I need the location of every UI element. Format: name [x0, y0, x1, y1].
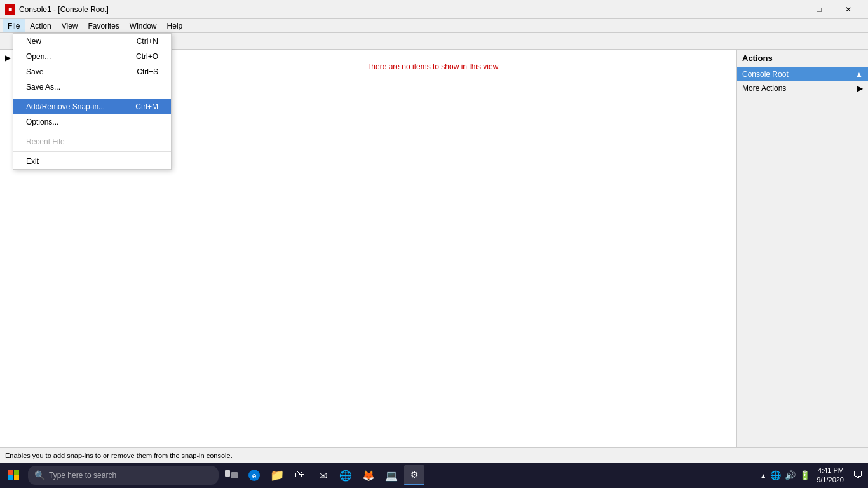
task-view-icon [225, 470, 238, 480]
menu-help[interactable]: Help [162, 19, 188, 32]
taskbar-cmd-icon[interactable]: 💻 [381, 465, 402, 485]
svg-text:e: e [252, 471, 257, 480]
edge-icon: e [248, 469, 261, 482]
menu-open-label: Open... [26, 52, 51, 61]
menu-add-remove-label: Add/Remove Snap-in... [26, 102, 105, 111]
menu-separator-3 [13, 151, 171, 152]
status-text: Enables you to add snap-ins to or remove… [5, 452, 233, 459]
search-bar[interactable]: 🔍 [28, 466, 219, 485]
clock-date: 9/1/2020 [817, 475, 844, 485]
menu-open[interactable]: Open... Ctrl+O [13, 49, 171, 64]
status-bar: Enables you to add snap-ins to or remove… [0, 447, 868, 463]
svg-rect-0 [8, 470, 13, 475]
file-menu: New Ctrl+N Open... Ctrl+O Save Ctrl+S Sa… [13, 33, 172, 170]
clock[interactable]: 4:41 PM 9/1/2020 [813, 466, 848, 485]
more-actions-label: More Actions [742, 84, 786, 93]
empty-message: There are no items to show in this view. [367, 62, 500, 71]
menu-add-remove-snapin[interactable]: Add/Remove Snap-in... Ctrl+M [13, 99, 171, 114]
menu-options[interactable]: Options... [13, 114, 171, 130]
menu-add-remove-shortcut: Ctrl+M [135, 102, 158, 111]
taskbar-edge-icon[interactable]: e [244, 465, 264, 485]
volume-icon[interactable]: 🔊 [785, 470, 796, 480]
menu-exit[interactable]: Exit [13, 154, 171, 169]
menu-save-as-label: Save As... [26, 83, 60, 92]
menu-recent-file-label: Recent File [26, 137, 65, 146]
more-actions-item[interactable]: More Actions ▶ [737, 81, 868, 95]
taskbar-right: ▲ 🌐 🔊 🔋 4:41 PM 9/1/2020 🗨 [760, 466, 865, 485]
taskbar-mmc-icon[interactable]: ⚙ [404, 465, 424, 485]
menu-options-label: Options... [26, 118, 58, 126]
taskbar-firefox-icon[interactable]: 🦊 [358, 465, 379, 485]
actions-header: Actions [737, 50, 868, 67]
taskbar-explorer-icon[interactable]: 📁 [267, 465, 287, 485]
svg-rect-2 [8, 475, 13, 480]
maximize-button[interactable]: □ [804, 0, 834, 19]
console-root-label: Console Root [742, 70, 789, 79]
chevron-right-icon: ▶ [857, 84, 863, 93]
menu-recent-file: Recent File [13, 134, 171, 149]
clock-time: 4:41 PM [817, 466, 844, 475]
menu-view[interactable]: View [57, 19, 83, 32]
title-bar-left: ■ Console1 - [Console Root] [5, 4, 109, 15]
menu-exit-label: Exit [26, 157, 39, 166]
taskbar-store-icon[interactable]: 🛍 [290, 465, 310, 485]
network-icon[interactable]: 🌐 [770, 470, 781, 480]
menu-save[interactable]: Save Ctrl+S [13, 64, 171, 79]
menu-separator-2 [13, 132, 171, 132]
console-root-action[interactable]: Console Root ▲ [737, 67, 868, 81]
system-tray-icons: ▲ 🌐 🔊 🔋 [760, 470, 810, 480]
menu-save-shortcut: Ctrl+S [137, 67, 158, 76]
menu-open-shortcut: Ctrl+O [136, 52, 158, 61]
task-view-button[interactable] [221, 465, 241, 485]
search-icon: 🔍 [34, 470, 45, 480]
menu-save-as[interactable]: Save As... [13, 79, 171, 95]
chevron-up-tray-icon[interactable]: ▲ [760, 472, 766, 479]
start-button[interactable] [3, 464, 25, 487]
window-title: Console1 - [Console Root] [19, 5, 109, 14]
notification-icon[interactable]: 🗨 [850, 470, 865, 481]
menu-bar: File Action View Favorites Window Help [0, 19, 868, 33]
menu-file[interactable]: File [3, 19, 25, 32]
title-bar: ■ Console1 - [Console Root] ─ □ ✕ [0, 0, 868, 19]
minimize-button[interactable]: ─ [775, 0, 804, 19]
menu-new-label: New [26, 37, 41, 46]
taskbar: 🔍 e 📁 🛍 ✉ 🌐 🦊 💻 ⚙ ▲ 🌐 🔊 🔋 4:41 PM 9/1/20… [0, 463, 868, 488]
close-button[interactable]: ✕ [834, 0, 863, 19]
menu-separator-1 [13, 97, 171, 97]
svg-rect-1 [14, 470, 19, 475]
menu-new[interactable]: New Ctrl+N [13, 34, 171, 49]
menu-action[interactable]: Action [25, 19, 56, 32]
svg-rect-5 [231, 472, 238, 478]
chevron-up-icon: ▲ [855, 70, 863, 79]
center-panel: There are no items to show in this view. [130, 50, 736, 447]
windows-logo-icon [8, 470, 20, 481]
menu-save-label: Save [26, 67, 43, 76]
battery-icon: 🔋 [799, 470, 810, 480]
taskbar-browser2-icon[interactable]: 🌐 [336, 465, 356, 485]
menu-new-shortcut: Ctrl+N [137, 37, 158, 46]
menu-window[interactable]: Window [125, 19, 162, 32]
actions-panel: Actions Console Root ▲ More Actions ▶ [736, 50, 868, 447]
expand-icon: ▶ [5, 53, 11, 62]
svg-rect-3 [14, 475, 19, 480]
title-bar-controls: ─ □ ✕ [775, 0, 863, 19]
search-input[interactable] [49, 471, 201, 480]
app-icon: ■ [5, 4, 15, 15]
menu-favorites[interactable]: Favorites [83, 19, 125, 32]
taskbar-mail-icon[interactable]: ✉ [313, 465, 333, 485]
svg-rect-4 [225, 470, 230, 477]
